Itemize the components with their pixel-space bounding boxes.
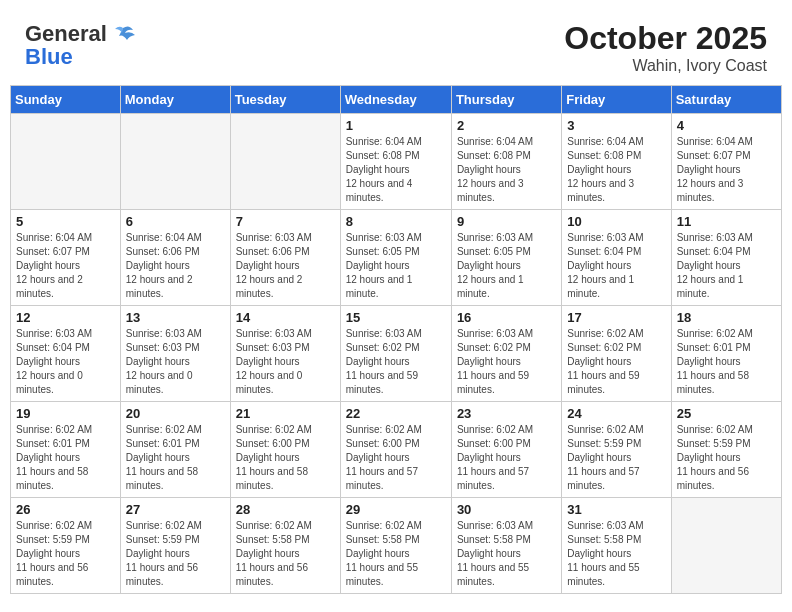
day-number: 12	[16, 310, 115, 325]
calendar-cell: 15Sunrise: 6:03 AMSunset: 6:02 PMDayligh…	[340, 306, 451, 402]
calendar-cell: 25Sunrise: 6:02 AMSunset: 5:59 PMDayligh…	[671, 402, 781, 498]
day-number: 11	[677, 214, 776, 229]
day-number: 14	[236, 310, 335, 325]
day-number: 15	[346, 310, 446, 325]
day-info: Sunrise: 6:02 AMSunset: 5:59 PMDaylight …	[567, 423, 665, 493]
day-number: 5	[16, 214, 115, 229]
weekday-header-saturday: Saturday	[671, 86, 781, 114]
day-info: Sunrise: 6:04 AMSunset: 6:06 PMDaylight …	[126, 231, 225, 301]
calendar-cell: 26Sunrise: 6:02 AMSunset: 5:59 PMDayligh…	[11, 498, 121, 594]
weekday-header-monday: Monday	[120, 86, 230, 114]
calendar-cell: 24Sunrise: 6:02 AMSunset: 5:59 PMDayligh…	[562, 402, 671, 498]
day-number: 27	[126, 502, 225, 517]
day-number: 13	[126, 310, 225, 325]
day-info: Sunrise: 6:03 AMSunset: 6:05 PMDaylight …	[457, 231, 556, 301]
calendar-cell: 16Sunrise: 6:03 AMSunset: 6:02 PMDayligh…	[451, 306, 561, 402]
day-number: 31	[567, 502, 665, 517]
day-info: Sunrise: 6:04 AMSunset: 6:08 PMDaylight …	[346, 135, 446, 205]
day-number: 4	[677, 118, 776, 133]
day-number: 9	[457, 214, 556, 229]
calendar-cell: 1Sunrise: 6:04 AMSunset: 6:08 PMDaylight…	[340, 114, 451, 210]
calendar-cell: 23Sunrise: 6:02 AMSunset: 6:00 PMDayligh…	[451, 402, 561, 498]
day-number: 2	[457, 118, 556, 133]
day-number: 18	[677, 310, 776, 325]
day-number: 6	[126, 214, 225, 229]
page-header: General Blue October 2025 Wahin, Ivory C…	[10, 10, 782, 80]
day-number: 3	[567, 118, 665, 133]
weekday-header-tuesday: Tuesday	[230, 86, 340, 114]
month-title: October 2025	[564, 20, 767, 57]
calendar-cell: 9Sunrise: 6:03 AMSunset: 6:05 PMDaylight…	[451, 210, 561, 306]
day-info: Sunrise: 6:02 AMSunset: 6:00 PMDaylight …	[346, 423, 446, 493]
weekday-header-friday: Friday	[562, 86, 671, 114]
day-number: 23	[457, 406, 556, 421]
calendar-cell: 2Sunrise: 6:04 AMSunset: 6:08 PMDaylight…	[451, 114, 561, 210]
calendar-cell: 6Sunrise: 6:04 AMSunset: 6:06 PMDaylight…	[120, 210, 230, 306]
calendar-cell: 30Sunrise: 6:03 AMSunset: 5:58 PMDayligh…	[451, 498, 561, 594]
day-number: 20	[126, 406, 225, 421]
day-info: Sunrise: 6:02 AMSunset: 5:59 PMDaylight …	[677, 423, 776, 493]
calendar-cell: 19Sunrise: 6:02 AMSunset: 6:01 PMDayligh…	[11, 402, 121, 498]
calendar-cell: 14Sunrise: 6:03 AMSunset: 6:03 PMDayligh…	[230, 306, 340, 402]
calendar-cell: 21Sunrise: 6:02 AMSunset: 6:00 PMDayligh…	[230, 402, 340, 498]
calendar-cell: 27Sunrise: 6:02 AMSunset: 5:59 PMDayligh…	[120, 498, 230, 594]
day-number: 8	[346, 214, 446, 229]
calendar-table: SundayMondayTuesdayWednesdayThursdayFrid…	[10, 85, 782, 594]
calendar-cell: 18Sunrise: 6:02 AMSunset: 6:01 PMDayligh…	[671, 306, 781, 402]
day-info: Sunrise: 6:02 AMSunset: 6:01 PMDaylight …	[16, 423, 115, 493]
calendar-cell: 11Sunrise: 6:03 AMSunset: 6:04 PMDayligh…	[671, 210, 781, 306]
day-info: Sunrise: 6:03 AMSunset: 6:05 PMDaylight …	[346, 231, 446, 301]
day-info: Sunrise: 6:03 AMSunset: 6:06 PMDaylight …	[236, 231, 335, 301]
day-info: Sunrise: 6:02 AMSunset: 5:58 PMDaylight …	[346, 519, 446, 589]
title-area: October 2025 Wahin, Ivory Coast	[564, 20, 767, 75]
logo: General Blue	[25, 20, 137, 70]
day-info: Sunrise: 6:02 AMSunset: 6:01 PMDaylight …	[677, 327, 776, 397]
calendar-cell: 31Sunrise: 6:03 AMSunset: 5:58 PMDayligh…	[562, 498, 671, 594]
calendar-cell	[230, 114, 340, 210]
day-info: Sunrise: 6:02 AMSunset: 5:58 PMDaylight …	[236, 519, 335, 589]
day-number: 30	[457, 502, 556, 517]
day-info: Sunrise: 6:03 AMSunset: 5:58 PMDaylight …	[567, 519, 665, 589]
day-number: 21	[236, 406, 335, 421]
calendar-cell: 5Sunrise: 6:04 AMSunset: 6:07 PMDaylight…	[11, 210, 121, 306]
calendar-cell: 3Sunrise: 6:04 AMSunset: 6:08 PMDaylight…	[562, 114, 671, 210]
calendar-cell	[120, 114, 230, 210]
logo-bird-icon	[109, 20, 137, 48]
calendar-cell: 10Sunrise: 6:03 AMSunset: 6:04 PMDayligh…	[562, 210, 671, 306]
day-number: 26	[16, 502, 115, 517]
calendar-cell: 28Sunrise: 6:02 AMSunset: 5:58 PMDayligh…	[230, 498, 340, 594]
day-info: Sunrise: 6:03 AMSunset: 6:04 PMDaylight …	[567, 231, 665, 301]
day-info: Sunrise: 6:03 AMSunset: 6:02 PMDaylight …	[346, 327, 446, 397]
day-number: 7	[236, 214, 335, 229]
calendar-cell: 29Sunrise: 6:02 AMSunset: 5:58 PMDayligh…	[340, 498, 451, 594]
day-info: Sunrise: 6:04 AMSunset: 6:08 PMDaylight …	[457, 135, 556, 205]
day-info: Sunrise: 6:03 AMSunset: 6:03 PMDaylight …	[236, 327, 335, 397]
day-number: 19	[16, 406, 115, 421]
calendar-cell: 4Sunrise: 6:04 AMSunset: 6:07 PMDaylight…	[671, 114, 781, 210]
calendar-cell: 12Sunrise: 6:03 AMSunset: 6:04 PMDayligh…	[11, 306, 121, 402]
day-number: 24	[567, 406, 665, 421]
calendar-cell	[11, 114, 121, 210]
weekday-header-wednesday: Wednesday	[340, 86, 451, 114]
day-number: 1	[346, 118, 446, 133]
day-number: 28	[236, 502, 335, 517]
day-number: 29	[346, 502, 446, 517]
day-info: Sunrise: 6:02 AMSunset: 6:01 PMDaylight …	[126, 423, 225, 493]
day-info: Sunrise: 6:03 AMSunset: 6:03 PMDaylight …	[126, 327, 225, 397]
day-number: 22	[346, 406, 446, 421]
calendar-cell: 17Sunrise: 6:02 AMSunset: 6:02 PMDayligh…	[562, 306, 671, 402]
calendar-cell: 20Sunrise: 6:02 AMSunset: 6:01 PMDayligh…	[120, 402, 230, 498]
day-number: 25	[677, 406, 776, 421]
calendar-cell: 7Sunrise: 6:03 AMSunset: 6:06 PMDaylight…	[230, 210, 340, 306]
day-info: Sunrise: 6:03 AMSunset: 6:04 PMDaylight …	[677, 231, 776, 301]
day-info: Sunrise: 6:02 AMSunset: 5:59 PMDaylight …	[126, 519, 225, 589]
day-info: Sunrise: 6:04 AMSunset: 6:07 PMDaylight …	[16, 231, 115, 301]
day-info: Sunrise: 6:04 AMSunset: 6:07 PMDaylight …	[677, 135, 776, 205]
calendar-cell: 13Sunrise: 6:03 AMSunset: 6:03 PMDayligh…	[120, 306, 230, 402]
calendar-cell: 22Sunrise: 6:02 AMSunset: 6:00 PMDayligh…	[340, 402, 451, 498]
calendar-cell	[671, 498, 781, 594]
weekday-header-thursday: Thursday	[451, 86, 561, 114]
calendar-cell: 8Sunrise: 6:03 AMSunset: 6:05 PMDaylight…	[340, 210, 451, 306]
day-info: Sunrise: 6:02 AMSunset: 6:00 PMDaylight …	[457, 423, 556, 493]
weekday-header-sunday: Sunday	[11, 86, 121, 114]
